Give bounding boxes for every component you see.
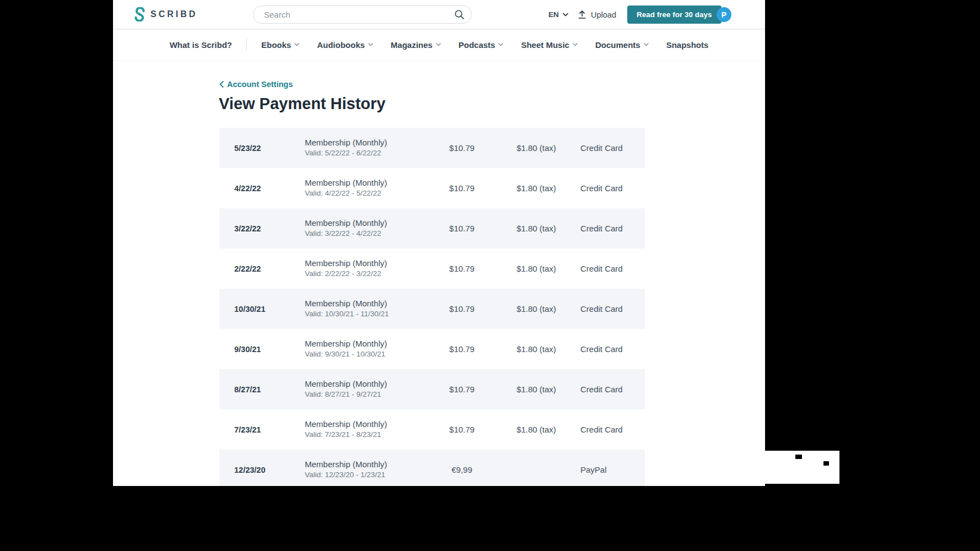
nav-item-audiobooks[interactable]: Audiobooks (317, 40, 373, 50)
nav-item-snapshots[interactable]: Snapshots (666, 40, 709, 50)
payment-date: 3/22/22 (234, 224, 305, 233)
top-header: SCRIBD EN (113, 0, 765, 29)
payment-date: 8/27/21 (234, 385, 305, 394)
search-icon[interactable] (454, 9, 465, 20)
payment-date: 7/23/21 (234, 425, 305, 434)
avatar[interactable]: P (717, 7, 731, 22)
payment-row: 12/23/20 Membership (Monthly) Valid: 12/… (219, 450, 645, 486)
payment-tax: $1.80 (tax) (492, 183, 580, 193)
language-label: EN (548, 10, 559, 19)
search-input[interactable] (263, 9, 454, 20)
payment-date: 2/22/22 (234, 264, 305, 273)
search-bar[interactable] (253, 6, 472, 24)
chevron-down-icon (436, 43, 441, 46)
overlay-dot (795, 455, 802, 459)
read-free-button[interactable]: Read free for 30 days (627, 6, 721, 24)
payment-row: 4/22/22 Membership (Monthly) Valid: 4/22… (219, 168, 645, 208)
payment-valid-range: Valid: 7/23/21 - 8/23/21 (305, 430, 381, 439)
payment-valid-range: Valid: 5/22/22 - 6/22/22 (305, 149, 381, 157)
payment-date: 4/22/22 (234, 184, 305, 193)
nav-item-label: Podcasts (459, 40, 496, 50)
payment-date: 5/23/22 (234, 144, 305, 153)
payment-valid-range: Valid: 10/30/21 - 11/30/21 (305, 310, 389, 318)
payment-amount: $10.79 (432, 344, 492, 354)
payment-amount: $10.79 (432, 183, 492, 193)
payment-amount: €9,99 (432, 465, 492, 474)
back-to-account-settings-link[interactable]: Account Settings (219, 80, 293, 89)
scribd-logo-icon (134, 7, 146, 21)
payment-description: Membership (Monthly) Valid: 2/22/22 - 3/… (305, 258, 432, 279)
payment-row: 8/27/21 Membership (Monthly) Valid: 8/27… (219, 369, 645, 409)
payment-plan: Membership (Monthly) (305, 460, 387, 469)
payment-method: Credit Card (580, 224, 645, 233)
scribd-wordmark: SCRIBD (150, 9, 197, 19)
chevron-down-icon (563, 13, 568, 17)
payment-method: Credit Card (580, 304, 645, 314)
payment-tax: $1.80 (tax) (492, 304, 580, 314)
payment-amount: $10.79 (432, 143, 492, 153)
page-title: View Payment History (219, 95, 385, 113)
nav-item-podcasts[interactable]: Podcasts (459, 40, 504, 50)
payment-date: 10/30/21 (234, 305, 305, 314)
payment-method: Credit Card (580, 264, 645, 273)
payment-date: 9/30/21 (234, 345, 305, 354)
category-nav: What is Scribd?EbooksAudiobooksMagazines… (113, 29, 765, 61)
payment-method: PayPal (580, 465, 645, 474)
chevron-down-icon (294, 43, 299, 46)
payment-tax: $1.80 (tax) (492, 385, 580, 394)
nav-item-label: Magazines (391, 40, 433, 50)
letterbox-overlay-box (757, 451, 839, 484)
upload-label: Upload (591, 10, 616, 19)
payment-valid-range: Valid: 8/27/21 - 9/27/21 (305, 390, 381, 398)
payment-method: Credit Card (580, 183, 645, 193)
nav-divider (246, 38, 247, 51)
payment-plan: Membership (Monthly) (305, 178, 387, 187)
upload-button[interactable]: Upload (578, 0, 616, 29)
overlay-dot (823, 461, 829, 466)
nav-item-what-is-scribd[interactable]: What is Scribd? (170, 40, 232, 50)
chevron-left-icon (219, 81, 224, 88)
payment-method: Credit Card (580, 143, 645, 153)
chevron-down-icon (498, 43, 503, 46)
nav-item-label: What is Scribd? (170, 40, 232, 50)
scribd-logo[interactable]: SCRIBD (134, 7, 197, 21)
payment-valid-range: Valid: 2/22/22 - 3/22/22 (305, 269, 381, 278)
nav-item-label: Ebooks (261, 40, 291, 50)
payment-plan: Membership (Monthly) (305, 419, 387, 429)
nav-item-sheet-music[interactable]: Sheet Music (521, 40, 578, 50)
payment-description: Membership (Monthly) Valid: 12/23/20 - 1… (305, 460, 432, 480)
payment-valid-range: Valid: 4/22/22 - 5/22/22 (305, 189, 381, 197)
payment-plan: Membership (Monthly) (305, 379, 387, 388)
payment-tax: $1.80 (tax) (492, 224, 580, 233)
payment-plan: Membership (Monthly) (305, 218, 387, 228)
language-selector[interactable]: EN (548, 0, 568, 29)
scribd-website: SCRIBD EN (113, 0, 765, 486)
payment-tax: $1.80 (tax) (492, 143, 580, 153)
payment-plan: Membership (Monthly) (305, 138, 387, 147)
payment-amount: $10.79 (432, 264, 492, 273)
nav-item-ebooks[interactable]: Ebooks (261, 40, 299, 50)
payment-valid-range: Valid: 12/23/20 - 1/23/21 (305, 471, 385, 479)
payment-plan: Membership (Monthly) (305, 299, 387, 308)
chevron-down-icon (644, 43, 649, 46)
chevron-down-icon (573, 43, 578, 46)
payment-amount: $10.79 (432, 385, 492, 394)
payment-tax: $1.80 (tax) (492, 264, 580, 273)
payment-description: Membership (Monthly) Valid: 7/23/21 - 8/… (305, 419, 432, 440)
nav-item-magazines[interactable]: Magazines (391, 40, 441, 50)
nav-item-documents[interactable]: Documents (595, 40, 649, 50)
payment-amount: $10.79 (432, 224, 492, 233)
payment-valid-range: Valid: 9/30/21 - 10/30/21 (305, 350, 385, 358)
payment-tax: $1.80 (tax) (492, 425, 580, 434)
nav-item-label: Snapshots (666, 40, 709, 50)
upload-icon (578, 10, 586, 19)
payment-row: 3/22/22 Membership (Monthly) Valid: 3/22… (219, 208, 645, 249)
nav-item-label: Sheet Music (521, 40, 569, 50)
payment-tax: $1.80 (tax) (492, 344, 580, 354)
payment-description: Membership (Monthly) Valid: 4/22/22 - 5/… (305, 178, 432, 199)
back-link-label: Account Settings (227, 80, 293, 89)
payment-row: 2/22/22 Membership (Monthly) Valid: 2/22… (219, 249, 645, 289)
nav-item-label: Audiobooks (317, 40, 365, 50)
payment-method: Credit Card (580, 344, 645, 354)
payment-method: Credit Card (580, 425, 645, 434)
